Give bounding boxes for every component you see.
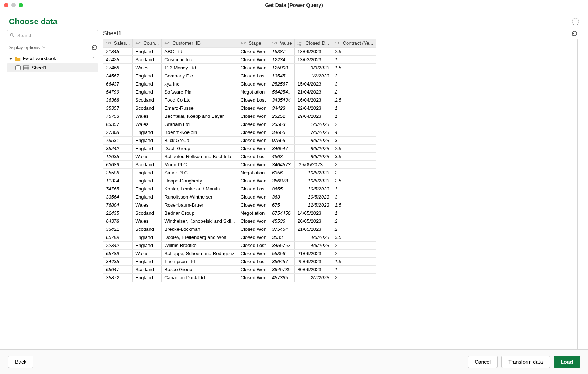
- table-cell: 3464573: [269, 160, 295, 168]
- table-cell: Wales: [133, 249, 162, 257]
- datatype-icon: ABC: [135, 41, 142, 46]
- column-header[interactable]: 123Sales...: [103, 39, 133, 47]
- transform-data-button[interactable]: Transform data: [501, 356, 550, 368]
- data-grid-scroll[interactable]: 123Sales...ABCCoun...ABCCustomer_IDABCSt…: [103, 39, 577, 349]
- svg-rect-2: [24, 66, 29, 70]
- table-cell: Scotland: [133, 209, 162, 217]
- table-row[interactable]: 64378WalesWintheiser, Konopelski and Ski…: [103, 217, 376, 225]
- navigator-sidebar: Display options Excel workbook [1] Sheet…: [7, 30, 103, 349]
- table-cell: 35242: [103, 144, 133, 152]
- table-cell: 3: [332, 136, 376, 144]
- table-cell: Closed Won: [238, 144, 269, 152]
- table-row[interactable]: 75753WalesBechtelar, Koepp and BayerClos…: [103, 112, 376, 120]
- table-cell: Closed Lost: [238, 72, 269, 80]
- table-row[interactable]: 35242EnglandDach GroupClosed Won3465478/…: [103, 144, 376, 152]
- table-cell: Blick Group: [162, 136, 238, 144]
- table-row[interactable]: 12635WalesSchaefer, Rolfson and Bechtela…: [103, 152, 376, 160]
- column-header[interactable]: 123Value: [269, 39, 295, 47]
- table-row[interactable]: 11324EnglandHoppe-DaughertyClosed Won356…: [103, 177, 376, 185]
- table-cell: Closed Won: [238, 160, 269, 168]
- tree-expand-icon[interactable]: [9, 58, 12, 60]
- table-cell: 2: [332, 249, 376, 257]
- cancel-button[interactable]: Cancel: [468, 356, 498, 368]
- table-cell: Closed Won: [238, 63, 269, 72]
- table-cell: 09//05/2023: [295, 160, 332, 168]
- table-row[interactable]: 35872EnglandCanadian Duck LtdClosed Won4…: [103, 273, 376, 282]
- table-cell: 30/06/2023: [295, 265, 332, 273]
- window-close-icon[interactable]: [4, 3, 8, 7]
- table-row[interactable]: 21345EnglandABC LtdClosed Won1538718/09/…: [103, 47, 376, 55]
- tree-node-sheet1[interactable]: Sheet1: [7, 63, 98, 72]
- table-row[interactable]: 65789EnglandDooley, Breitenberg and Wolf…: [103, 233, 376, 241]
- tree-node-workbook[interactable]: Excel workbook [1]: [7, 54, 98, 63]
- table-cell: 65789: [103, 249, 133, 257]
- table-cell: 22342: [103, 241, 133, 249]
- table-cell: 3.5: [332, 233, 376, 241]
- table-cell: England: [133, 168, 162, 177]
- table-cell: 6356: [269, 168, 295, 177]
- table-row[interactable]: 25586EnglandSauer PLCNegotiation635610/5…: [103, 168, 376, 177]
- table-row[interactable]: 37468Wales123 Money LtdClosed Won1250003…: [103, 63, 376, 72]
- table-cell: 1: [332, 104, 376, 112]
- table-cell: 564254...: [269, 88, 295, 96]
- table-row[interactable]: 54799EnglandSoftware PlaNegotiation56425…: [103, 88, 376, 96]
- table-row[interactable]: 76804WalesRosenbaum-BruenClosed Won67512…: [103, 201, 376, 209]
- column-header[interactable]: ABCCustomer_ID: [162, 39, 238, 47]
- table-row[interactable]: 65789WalesSchuppe, Schoen and RodriguezC…: [103, 249, 376, 257]
- table-cell: 3: [332, 72, 376, 80]
- window-maximize-icon[interactable]: [19, 3, 23, 7]
- table-cell: 8655: [269, 185, 295, 193]
- table-row[interactable]: 74765EnglandKohler, Lemke and MarvinClos…: [103, 185, 376, 193]
- table-cell: 83357: [103, 120, 133, 128]
- svg-point-0: [10, 33, 13, 36]
- table-row[interactable]: 63689ScotlandMoen PLCClosed Won346457309…: [103, 160, 376, 168]
- table-cell: Dooley, Breitenberg and Wolf: [162, 233, 238, 241]
- table-row[interactable]: 22435ScotlandBednar GroupNegotiation6754…: [103, 209, 376, 217]
- preview-refresh-icon[interactable]: [571, 30, 578, 37]
- table-cell: 35872: [103, 273, 133, 282]
- table-cell: 2: [332, 120, 376, 128]
- table-cell: 23252: [269, 112, 295, 120]
- table-cell: 1.5: [332, 201, 376, 209]
- table-row[interactable]: 79531EnglandBlick GroupClosed Won975658/…: [103, 136, 376, 144]
- folder-icon: [15, 56, 21, 61]
- column-header-label: Coun...: [143, 40, 159, 46]
- column-header-label: Stage: [249, 40, 261, 46]
- table-cell: 1: [332, 112, 376, 120]
- display-options-dropdown[interactable]: Display options: [7, 45, 46, 50]
- column-header[interactable]: ABC123Closed D...: [295, 39, 332, 47]
- table-row[interactable]: 33421ScotlandBrekke-LockmanClosed Won375…: [103, 225, 376, 233]
- table-cell: 3533: [269, 233, 295, 241]
- table-row[interactable]: 27368EnglandBoehm-KoelpinClosed Won34665…: [103, 128, 376, 136]
- refresh-icon[interactable]: [91, 44, 98, 51]
- sheet-checkbox[interactable]: [15, 65, 21, 70]
- table-row[interactable]: 22342EnglandWillms-BradtkeClosed Lost345…: [103, 241, 376, 249]
- column-header[interactable]: ABCStage: [238, 39, 269, 47]
- column-header[interactable]: 1.2Contract (Ye...: [332, 39, 376, 47]
- table-cell: 457365: [269, 273, 295, 282]
- table-cell: Closed Won: [238, 136, 269, 144]
- table-row[interactable]: 33564EnglandRunolfsson-WintheiserClosed …: [103, 193, 376, 201]
- table-cell: 125000: [269, 63, 295, 72]
- table-cell: England: [133, 257, 162, 265]
- table-cell: Closed Won: [238, 273, 269, 282]
- feedback-icon[interactable]: [572, 18, 579, 25]
- search-input[interactable]: [7, 30, 98, 40]
- table-cell: 2: [332, 168, 376, 177]
- table-cell: Negotiation: [238, 168, 269, 177]
- table-row[interactable]: 24567EnglandCompany PlcClosed Lost135451…: [103, 72, 376, 80]
- title-bar: Get Data (Power Query): [0, 0, 588, 10]
- table-row[interactable]: 83357WalesGraham LtdClosed Won235631/5/2…: [103, 120, 376, 128]
- table-row[interactable]: 47425ScotlandCosmetic IncClosed Won12234…: [103, 55, 376, 63]
- table-cell: England: [133, 185, 162, 193]
- table-row[interactable]: 36368ScotlandFood Co LtdClosed Lost34354…: [103, 96, 376, 104]
- table-cell: Closed Won: [238, 112, 269, 120]
- table-cell: Wales: [133, 112, 162, 120]
- back-button[interactable]: Back: [8, 356, 33, 368]
- load-button[interactable]: Load: [554, 356, 580, 368]
- table-row[interactable]: 66437Englandxyz IncClosed Won25256715/04…: [103, 80, 376, 88]
- table-row[interactable]: 35357ScotlandEmard-RusselClosed Won34423…: [103, 104, 376, 112]
- table-row[interactable]: 34435EnglandThompson LtdClosed Lost35645…: [103, 257, 376, 265]
- column-header[interactable]: ABCCoun...: [133, 39, 162, 47]
- table-row[interactable]: 65647ScotlandBosco GroupClosed Won364573…: [103, 265, 376, 273]
